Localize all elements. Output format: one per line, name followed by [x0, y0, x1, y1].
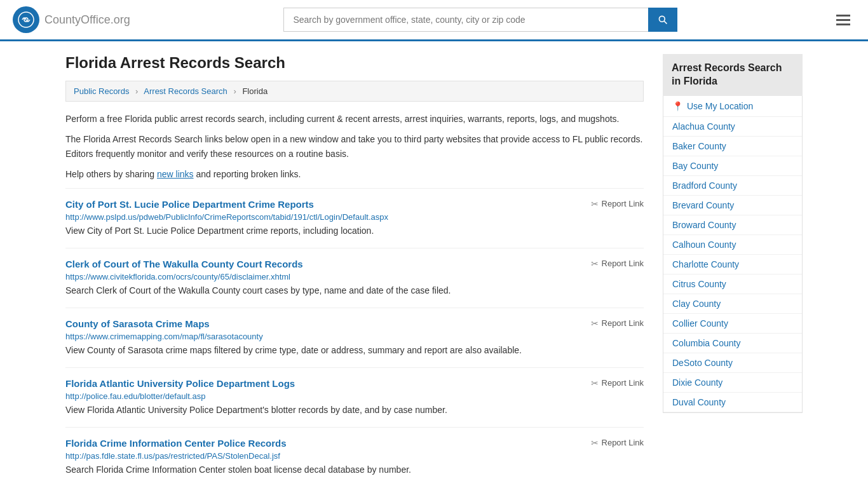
right-sidebar: Arrest Records Search in Florida 📍 Use M…	[663, 54, 803, 487]
result-title-link[interactable]: City of Port St. Lucie Police Department…	[65, 199, 314, 210]
result-header: County of Sarasota Crime Maps ✂ Report L…	[65, 318, 644, 332]
new-links-link[interactable]: new links	[157, 169, 194, 179]
result-url: https://www.civitekflorida.com/ocrs/coun…	[65, 272, 644, 281]
scissors-icon: ✂	[591, 438, 599, 448]
sidebar-county-brevard[interactable]: Brevard County	[663, 196, 802, 215]
scissors-icon: ✂	[591, 199, 599, 209]
search-area	[283, 8, 677, 32]
search-icon	[658, 15, 668, 25]
result-header: Clerk of Court of The Wakulla County Cou…	[65, 259, 644, 272]
use-my-location-link[interactable]: 📍 Use My Location	[663, 96, 802, 117]
main-container: Florida Arrest Records Search Public Rec…	[53, 41, 815, 488]
sidebar-county-dixie[interactable]: Dixie County	[663, 373, 802, 393]
sidebar-county-columbia[interactable]: Columbia County	[663, 334, 802, 353]
result-description: Search Florida Crime Information Center …	[65, 463, 644, 477]
description-2: The Florida Arrest Records Search links …	[65, 132, 644, 161]
hamburger-line-3	[836, 24, 850, 25]
report-link-button[interactable]: ✂ Report Link	[591, 378, 644, 388]
report-link-button[interactable]: ✂ Report Link	[591, 318, 644, 329]
breadcrumb-arrest-records[interactable]: Arrest Records Search	[144, 86, 227, 96]
result-title-link[interactable]: Clerk of Court of The Wakulla County Cou…	[65, 259, 303, 269]
search-input[interactable]	[283, 8, 648, 32]
result-description: Search Clerk of Court of the Wakulla Cou…	[65, 284, 644, 297]
breadcrumb-public-records[interactable]: Public Records	[74, 86, 129, 96]
left-content: Florida Arrest Records Search Public Rec…	[65, 54, 644, 487]
result-title-link[interactable]: County of Sarasota Crime Maps	[65, 318, 210, 329]
report-link-button[interactable]: ✂ Report Link	[591, 199, 644, 209]
result-url: https://www.crimemapping.com/map/fl/sara…	[65, 332, 644, 341]
sidebar-county-citrus[interactable]: Citrus County	[663, 274, 802, 294]
scissors-icon: ✂	[591, 259, 599, 269]
breadcrumb-sep-1: ›	[135, 86, 138, 96]
site-header: CountyOffice.org	[0, 0, 868, 41]
sidebar-county-desoto[interactable]: DeSoto County	[663, 353, 802, 373]
result-title-link[interactable]: Florida Crime Information Center Police …	[65, 438, 287, 449]
result-header: City of Port St. Lucie Police Department…	[65, 199, 644, 212]
result-description: View City of Port St. Lucie Police Depar…	[65, 224, 644, 238]
page-title: Florida Arrest Records Search	[65, 54, 644, 72]
hamburger-menu-button[interactable]	[831, 10, 855, 30]
sidebar-county-alachua[interactable]: Alachua County	[663, 117, 802, 137]
report-link-button[interactable]: ✂ Report Link	[591, 259, 644, 269]
result-item: Clerk of Court of The Wakulla County Cou…	[65, 248, 644, 308]
svg-line-3	[664, 21, 667, 24]
result-url: http://police.fau.edu/blotter/default.as…	[65, 391, 644, 401]
breadcrumb-sep-2: ›	[233, 86, 236, 96]
sidebar-county-calhoun[interactable]: Calhoun County	[663, 235, 802, 255]
sidebar-county-clay[interactable]: Clay County	[663, 294, 802, 314]
sidebar-county-bay[interactable]: Bay County	[663, 156, 802, 176]
logo-area: CountyOffice.org	[13, 6, 130, 33]
sidebar-county-baker[interactable]: Baker County	[663, 137, 802, 156]
svg-point-2	[660, 16, 665, 22]
sidebar-county-broward[interactable]: Broward County	[663, 215, 802, 235]
sidebar-county-duval[interactable]: Duval County	[663, 393, 802, 412]
result-title-link[interactable]: Florida Atlantic University Police Depar…	[65, 378, 295, 389]
logo-icon	[13, 6, 39, 33]
result-description: View County of Sarasota crime maps filte…	[65, 344, 644, 357]
result-header: Florida Crime Information Center Police …	[65, 438, 644, 451]
sidebar-header: Arrest Records Search in Florida	[663, 54, 803, 96]
sidebar-county-collier[interactable]: Collier County	[663, 314, 802, 334]
result-item: Florida Atlantic University Police Depar…	[65, 367, 644, 427]
breadcrumb-florida: Florida	[242, 86, 268, 96]
hamburger-line-1	[836, 15, 850, 17]
result-item: City of Port St. Lucie Police Department…	[65, 188, 644, 248]
sidebar-list: 📍 Use My Location Alachua County Baker C…	[663, 96, 803, 413]
hamburger-line-2	[836, 19, 850, 21]
sidebar-county-charlotte[interactable]: Charlotte County	[663, 255, 802, 274]
result-url: http://www.pslpd.us/pdweb/PublicInfo/Cri…	[65, 212, 644, 222]
breadcrumb: Public Records › Arrest Records Search ›…	[65, 81, 644, 102]
description-3: Help others by sharing new links and rep…	[65, 167, 644, 181]
logo-text: CountyOffice.org	[44, 13, 130, 27]
scissors-icon: ✂	[591, 378, 599, 388]
result-item: Florida Crime Information Center Police …	[65, 427, 644, 487]
location-pin-icon: 📍	[672, 101, 683, 111]
sidebar-county-bradford[interactable]: Bradford County	[663, 176, 802, 196]
result-description: View Florida Atlantic University Police …	[65, 403, 644, 417]
report-link-button[interactable]: ✂ Report Link	[591, 438, 644, 448]
result-header: Florida Atlantic University Police Depar…	[65, 378, 644, 391]
result-url: http://pas.fdle.state.fl.us/pas/restrict…	[65, 451, 644, 461]
search-button[interactable]	[648, 8, 677, 32]
description-1: Perform a free Florida public arrest rec…	[65, 112, 644, 126]
result-item: County of Sarasota Crime Maps ✂ Report L…	[65, 308, 644, 367]
scissors-icon: ✂	[591, 318, 599, 329]
